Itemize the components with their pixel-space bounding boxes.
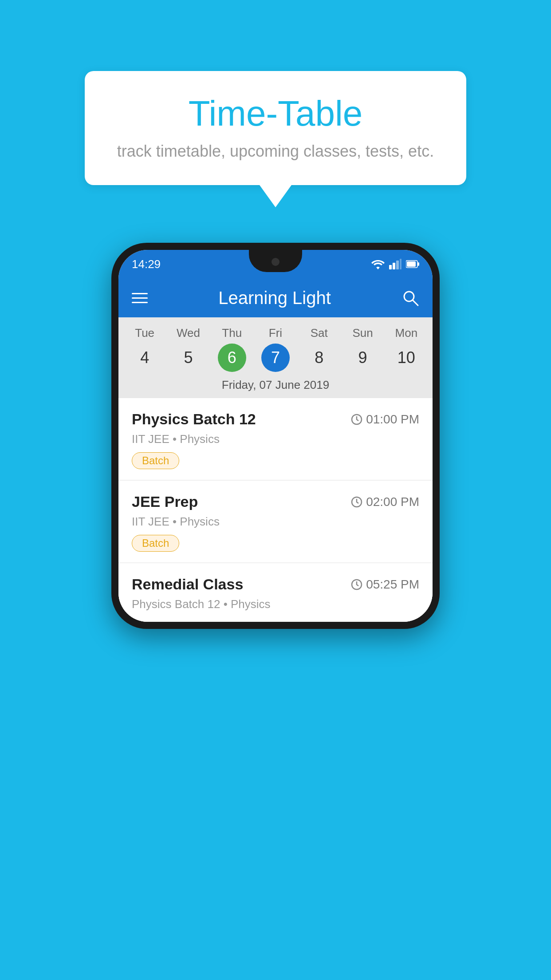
batch-badge: Batch bbox=[132, 535, 179, 552]
day-name: Sun bbox=[352, 326, 373, 340]
event-card[interactable]: Remedial Class 05:25 PMPhysics Batch 12 … bbox=[118, 563, 433, 622]
day-name: Wed bbox=[177, 326, 200, 340]
day-col-sat[interactable]: Sat8 bbox=[299, 326, 339, 372]
status-icons bbox=[371, 259, 419, 269]
day-number[interactable]: 7 bbox=[261, 344, 290, 372]
batch-badge: Batch bbox=[132, 452, 179, 469]
tooltip-subtitle: track timetable, upcoming classes, tests… bbox=[111, 142, 440, 161]
svg-point-7 bbox=[404, 292, 414, 301]
clock-icon bbox=[351, 579, 362, 590]
day-number[interactable]: 10 bbox=[392, 344, 421, 372]
day-col-wed[interactable]: Wed5 bbox=[168, 326, 208, 372]
event-header: Physics Batch 12 01:00 PM bbox=[132, 411, 419, 428]
day-col-sun[interactable]: Sun9 bbox=[343, 326, 383, 372]
day-number[interactable]: 8 bbox=[305, 344, 333, 372]
day-col-thu[interactable]: Thu6 bbox=[212, 326, 252, 372]
phone-notch bbox=[249, 250, 302, 272]
tooltip-title: Time-Table bbox=[111, 93, 440, 134]
day-name: Thu bbox=[222, 326, 242, 340]
clock-icon bbox=[351, 496, 362, 508]
app-title: Learning Light bbox=[218, 288, 331, 308]
svg-rect-2 bbox=[396, 261, 399, 269]
svg-rect-5 bbox=[417, 262, 419, 266]
phone-outer: 14:29 bbox=[111, 243, 440, 629]
events-list: Physics Batch 12 01:00 PMIIT JEE • Physi… bbox=[118, 398, 433, 622]
event-header: JEE Prep 02:00 PM bbox=[132, 493, 419, 510]
day-name: Sat bbox=[311, 326, 328, 340]
event-time: 05:25 PM bbox=[351, 577, 419, 592]
phone-wrapper: 14:29 bbox=[111, 243, 440, 629]
day-number[interactable]: 6 bbox=[218, 344, 246, 372]
event-time: 02:00 PM bbox=[351, 495, 419, 509]
event-time: 01:00 PM bbox=[351, 412, 419, 427]
tooltip-bubble: Time-Table track timetable, upcoming cla… bbox=[85, 71, 466, 185]
event-title: Remedial Class bbox=[132, 576, 243, 593]
camera-cutout bbox=[272, 258, 279, 266]
svg-line-8 bbox=[413, 300, 418, 305]
svg-rect-0 bbox=[389, 265, 392, 269]
day-number[interactable]: 4 bbox=[130, 344, 159, 372]
svg-rect-6 bbox=[407, 261, 416, 267]
day-name: Tue bbox=[135, 326, 154, 340]
hamburger-menu-icon[interactable] bbox=[132, 293, 148, 303]
day-name: Mon bbox=[395, 326, 418, 340]
event-card[interactable]: JEE Prep 02:00 PMIIT JEE • PhysicsBatch bbox=[118, 481, 433, 562]
day-col-fri[interactable]: Fri7 bbox=[256, 326, 295, 372]
event-card[interactable]: Physics Batch 12 01:00 PMIIT JEE • Physi… bbox=[118, 398, 433, 480]
day-number[interactable]: 5 bbox=[174, 344, 202, 372]
event-title: Physics Batch 12 bbox=[132, 411, 256, 428]
svg-rect-1 bbox=[393, 263, 395, 269]
svg-rect-3 bbox=[400, 259, 401, 269]
event-subtitle: IIT JEE • Physics bbox=[132, 432, 419, 446]
phone-screen: 14:29 bbox=[118, 250, 433, 622]
app-bar: Learning Light bbox=[118, 278, 433, 317]
status-bar: 14:29 bbox=[118, 250, 433, 278]
clock-icon bbox=[351, 414, 362, 425]
wifi-icon bbox=[371, 259, 385, 269]
calendar-strip: Tue4Wed5Thu6Fri7Sat8Sun9Mon10 Friday, 07… bbox=[118, 317, 433, 398]
event-header: Remedial Class 05:25 PM bbox=[132, 576, 419, 593]
day-col-tue[interactable]: Tue4 bbox=[125, 326, 165, 372]
battery-icon bbox=[406, 260, 419, 268]
selected-date-label: Friday, 07 June 2019 bbox=[118, 372, 433, 398]
status-time: 14:29 bbox=[132, 257, 161, 271]
search-icon[interactable] bbox=[401, 289, 419, 307]
event-subtitle: Physics Batch 12 • Physics bbox=[132, 597, 419, 611]
day-col-mon[interactable]: Mon10 bbox=[386, 326, 426, 372]
day-number[interactable]: 9 bbox=[349, 344, 377, 372]
signal-icon bbox=[389, 259, 401, 269]
event-subtitle: IIT JEE • Physics bbox=[132, 515, 419, 529]
tooltip-container: Time-Table track timetable, upcoming cla… bbox=[85, 71, 466, 207]
tooltip-arrow bbox=[260, 185, 291, 207]
day-name: Fri bbox=[269, 326, 282, 340]
days-row: Tue4Wed5Thu6Fri7Sat8Sun9Mon10 bbox=[118, 322, 433, 372]
event-title: JEE Prep bbox=[132, 493, 198, 510]
